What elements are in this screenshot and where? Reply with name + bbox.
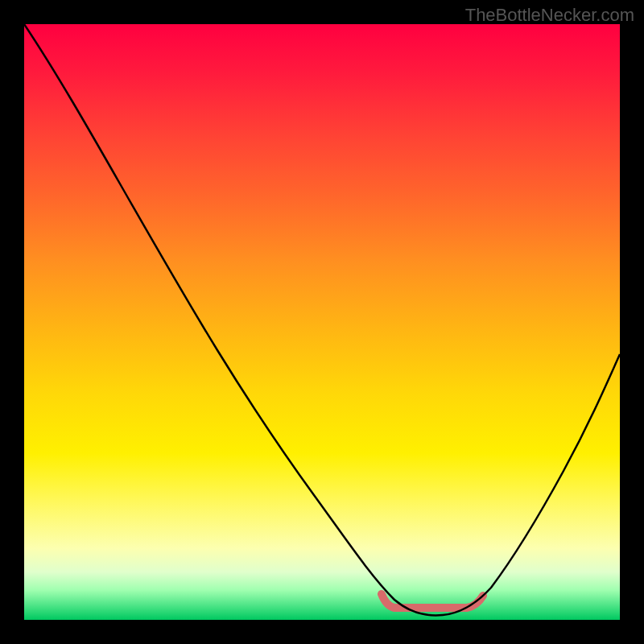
bottleneck-curve [24, 24, 620, 615]
chart-svg [24, 24, 620, 620]
chart-area [24, 24, 620, 620]
watermark-text: TheBottleNecker.com [465, 5, 634, 26]
